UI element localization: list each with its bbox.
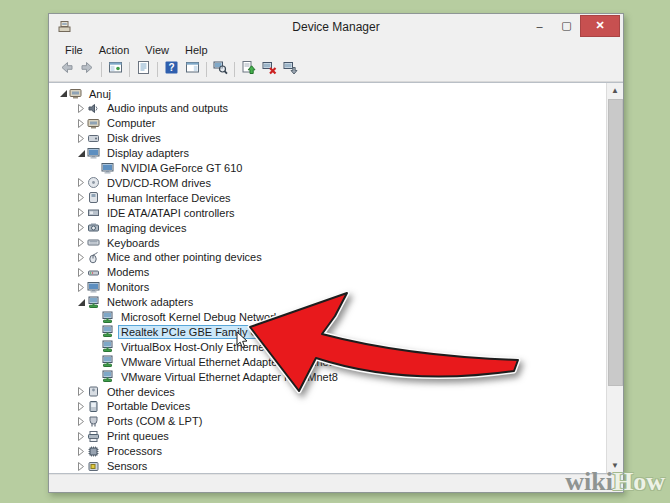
- expand-toggle-icon[interactable]: [75, 416, 87, 427]
- network-icon: [101, 340, 116, 353]
- toolbar: ?: [49, 58, 623, 82]
- window-controls: – ▢ ✕: [526, 15, 620, 36]
- expand-toggle-icon[interactable]: [75, 461, 87, 472]
- collapse-toggle-icon[interactable]: [75, 298, 87, 307]
- tree-item-label[interactable]: Anuj: [86, 87, 114, 101]
- help-button[interactable]: ?: [161, 60, 182, 80]
- expand-toggle-icon[interactable]: [75, 386, 87, 397]
- expand-toggle-icon[interactable]: [75, 222, 87, 233]
- window-pane-icon: [185, 60, 200, 79]
- monitor-icon: [87, 281, 102, 294]
- tree-item-label[interactable]: Monitors: [104, 280, 152, 294]
- tree-row: Realtek PCIe GBE Family Controller: [49, 324, 607, 339]
- tree-row: IDE ATA/ATAPI controllers: [49, 205, 607, 220]
- expand-toggle-icon[interactable]: [75, 401, 87, 412]
- toolbar-separator: [101, 62, 102, 77]
- keyboard-icon: [87, 236, 102, 249]
- tree-item-label[interactable]: Disk drives: [104, 131, 164, 145]
- tree-item-label[interactable]: Computer: [104, 116, 158, 130]
- back-button[interactable]: [56, 60, 77, 80]
- network-icon: [101, 325, 116, 338]
- expand-toggle-icon[interactable]: [75, 282, 87, 293]
- expand-toggle-icon[interactable]: [75, 103, 87, 114]
- tree-item-label[interactable]: Imaging devices: [104, 221, 190, 235]
- tree-item-label[interactable]: VMware Virtual Ethernet Adapter for VMne…: [118, 370, 341, 384]
- properties-button[interactable]: [133, 60, 154, 80]
- tree-item-label[interactable]: Other devices: [104, 385, 178, 399]
- tree-row: DVD/CD-ROM drives: [49, 175, 607, 190]
- menu-action[interactable]: Action: [91, 43, 138, 57]
- screenshot-stage: Device Manager – ▢ ✕ FileActionViewHelp …: [0, 0, 670, 503]
- expand-toggle-icon[interactable]: [75, 207, 87, 218]
- console-window-icon: [108, 60, 123, 79]
- disable-icon: [283, 60, 298, 79]
- tree-item-selected[interactable]: Realtek PCIe GBE Family Controller: [118, 325, 301, 339]
- network-icon: [87, 296, 102, 309]
- update-driver-software-button[interactable]: [238, 60, 259, 80]
- tree-item-label[interactable]: Print queues: [104, 429, 172, 443]
- tree-item-label[interactable]: VMware Virtual Ethernet Adapter for VMne…: [118, 355, 341, 369]
- expand-toggle-icon[interactable]: [75, 133, 87, 144]
- expand-toggle-icon[interactable]: [75, 118, 87, 129]
- tree-item-label[interactable]: DVD/CD-ROM drives: [104, 176, 214, 190]
- tree-item-label[interactable]: Processors: [104, 444, 165, 458]
- expand-toggle-icon[interactable]: [75, 431, 87, 442]
- expand-toggle-icon[interactable]: [75, 237, 87, 248]
- menu-file[interactable]: File: [57, 43, 91, 57]
- expand-toggle-icon[interactable]: [75, 252, 87, 263]
- tree-row: Audio inputs and outputs: [49, 101, 607, 116]
- forward-button[interactable]: [77, 60, 98, 80]
- mouse-icon: [87, 251, 102, 264]
- maximize-button[interactable]: ▢: [553, 16, 580, 36]
- vertical-scrollbar[interactable]: ▲ ▼: [606, 83, 623, 473]
- tree-row: Other devices: [49, 384, 607, 399]
- tree-item-label[interactable]: Human Interface Devices: [104, 191, 234, 205]
- tree-item-label[interactable]: IDE ATA/ATAPI controllers: [104, 206, 238, 220]
- tree-item-label[interactable]: Portable Devices: [104, 399, 193, 413]
- tree-item-label[interactable]: Network adapters: [104, 295, 196, 309]
- disable-button[interactable]: [280, 60, 301, 80]
- tree-item-label[interactable]: NVIDIA GeForce GT 610: [118, 161, 245, 175]
- scroll-down-button[interactable]: ▼: [607, 458, 623, 473]
- tree-row: Computer: [49, 116, 607, 131]
- device-tree[interactable]: AnujAudio inputs and outputsComputerDisk…: [49, 83, 607, 473]
- expand-toggle-icon[interactable]: [75, 177, 87, 188]
- scroll-thumb[interactable]: [608, 99, 623, 386]
- tree-item-label[interactable]: Sensors: [104, 459, 150, 473]
- device-manager-window: Device Manager – ▢ ✕ FileActionViewHelp …: [48, 13, 624, 493]
- tree-item-label[interactable]: Mice and other pointing devices: [104, 250, 265, 264]
- tree-item-label[interactable]: Microsoft Kernel Debug Network Adapter: [118, 310, 323, 324]
- expand-toggle-icon[interactable]: [75, 446, 87, 457]
- tree-row: Mice and other pointing devices: [49, 250, 607, 265]
- tree-item-label[interactable]: VirtualBox Host-Only Ethernet Adapter: [118, 340, 312, 354]
- scroll-up-button[interactable]: ▲: [607, 83, 623, 98]
- collapse-toggle-icon[interactable]: [57, 89, 69, 98]
- tree-item-label[interactable]: Audio inputs and outputs: [104, 101, 231, 115]
- tree-item-label[interactable]: Ports (COM & LPT): [104, 414, 205, 428]
- tree-item-label[interactable]: Modems: [104, 265, 152, 279]
- scan-for-hardware-changes-button[interactable]: [210, 60, 231, 80]
- tree-row: Anuj: [49, 86, 607, 101]
- title-bar[interactable]: Device Manager – ▢ ✕: [49, 14, 623, 41]
- menu-view[interactable]: View: [137, 43, 177, 57]
- toolbar-separator: [206, 62, 207, 77]
- minimize-button[interactable]: –: [526, 16, 553, 36]
- collapse-toggle-icon[interactable]: [75, 149, 87, 158]
- menu-help[interactable]: Help: [177, 43, 216, 57]
- tree-item-label[interactable]: Keyboards: [104, 236, 163, 250]
- expand-toggle-icon[interactable]: [75, 192, 87, 203]
- expand-toggle-icon[interactable]: [75, 267, 87, 278]
- uninstall-button[interactable]: [259, 60, 280, 80]
- tree-row: Print queues: [49, 429, 607, 444]
- tree-row: Sensors: [49, 459, 607, 474]
- arrow-left-icon: [59, 60, 74, 79]
- show-console-tree-button[interactable]: [105, 60, 126, 80]
- dvd-icon: [87, 176, 102, 189]
- show-actions-pane-button[interactable]: [182, 60, 203, 80]
- tree-item-label[interactable]: Display adapters: [104, 146, 192, 160]
- close-button[interactable]: ✕: [580, 15, 620, 37]
- tree-row: Disk drives: [49, 131, 607, 146]
- audio-icon: [87, 102, 102, 115]
- tree-row: Imaging devices: [49, 220, 607, 235]
- tree-row: VMware Virtual Ethernet Adapter for VMne…: [49, 369, 607, 384]
